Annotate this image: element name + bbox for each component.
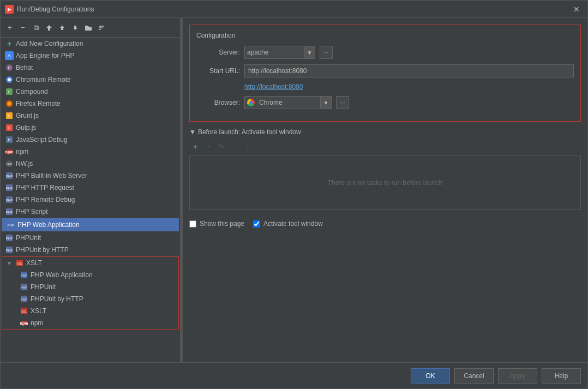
right-panel: Configuration Server: apache ▼ ··· Start… bbox=[183, 18, 587, 362]
child-phpunit[interactable]: PHP PHPUnit bbox=[2, 281, 178, 293]
child-phpunit-http-label: PHPUnit by HTTP bbox=[31, 295, 83, 303]
before-launch-section: ▼ Before launch: Activate tool window + … bbox=[189, 128, 581, 210]
show-page-checkbox[interactable] bbox=[189, 220, 196, 228]
folder-button[interactable] bbox=[82, 22, 94, 34]
svg-text:JS: JS bbox=[7, 138, 12, 142]
svg-text:PHP: PHP bbox=[8, 224, 14, 227]
tree-item-nw[interactable]: NW NW.js bbox=[1, 158, 180, 170]
svg-text:PHP: PHP bbox=[21, 286, 27, 289]
browser-select-arrow[interactable]: ▼ bbox=[320, 97, 331, 109]
svg-point-7 bbox=[8, 102, 11, 105]
tree-item-php-web-app[interactable]: PHP PHP Web Application bbox=[2, 219, 178, 231]
before-launch-remove-button: − bbox=[202, 140, 214, 152]
before-launch-edit-button: ✎ bbox=[215, 140, 227, 152]
php-http-icon: PHP bbox=[5, 183, 14, 192]
tree-item-jsdebug[interactable]: JS JavaScript Debug bbox=[1, 134, 180, 146]
activate-window-wrap[interactable]: Activate tool window bbox=[253, 220, 323, 228]
tree-item-gulp[interactable]: G Gulp.js bbox=[1, 122, 180, 134]
help-button[interactable]: Help bbox=[542, 368, 581, 384]
start-url-input[interactable] bbox=[244, 64, 574, 77]
tree-item-compound[interactable]: C Compound bbox=[1, 86, 180, 98]
nw-icon: NW bbox=[5, 159, 14, 168]
gulp-icon: G bbox=[5, 123, 14, 132]
compound-label: Compound bbox=[16, 88, 48, 95]
svg-text:PHP: PHP bbox=[6, 187, 13, 190]
config-section-label: Configuration bbox=[196, 32, 574, 39]
grunt-icon: G bbox=[5, 111, 14, 120]
tree-item-php-http[interactable]: PHP PHP HTTP Request bbox=[1, 182, 180, 194]
configuration-box: Configuration Server: apache ▼ ··· Start… bbox=[189, 25, 581, 122]
dialog-footer: OK Cancel Apply Help bbox=[1, 362, 587, 388]
child-npm[interactable]: npm npm bbox=[2, 317, 178, 329]
before-launch-label: Before launch: Activate tool window bbox=[198, 128, 301, 136]
show-page-wrap[interactable]: Show this page bbox=[189, 220, 244, 228]
add-new-item[interactable]: + Add New Configuration bbox=[1, 38, 180, 50]
left-toolbar: + − ⧉ bbox=[1, 18, 180, 38]
activate-window-label: Activate tool window bbox=[263, 220, 323, 228]
browser-select[interactable]: Chrome bbox=[257, 98, 320, 107]
tree-item-chromium[interactable]: Chromium Remote bbox=[1, 74, 180, 86]
move-down-button[interactable] bbox=[69, 22, 81, 34]
cancel-button[interactable]: Cancel bbox=[454, 368, 494, 384]
jsdebug-label: JavaScript Debug bbox=[16, 136, 68, 143]
tree-item-php-script[interactable]: PHP PHP Script bbox=[1, 206, 180, 218]
activate-window-checkbox[interactable] bbox=[253, 220, 260, 228]
before-launch-add-button[interactable]: + bbox=[189, 140, 201, 152]
add-config-button[interactable]: + bbox=[4, 22, 16, 34]
before-launch-header: ▼ Before launch: Activate tool window bbox=[189, 128, 581, 136]
tree-item-app-engine[interactable]: A App Engine for PHP bbox=[1, 50, 180, 62]
phpunit-http-label: PHPUnit by HTTP bbox=[16, 246, 69, 254]
npm-label: npm bbox=[16, 148, 28, 155]
copy-config-button[interactable]: ⧉ bbox=[30, 22, 42, 34]
xslt-icon: XSL bbox=[15, 259, 24, 267]
php-web-app-label: PHP Web Application bbox=[17, 221, 80, 229]
svg-text:PHP: PHP bbox=[21, 298, 27, 301]
grunt-label: Grunt.js bbox=[16, 112, 39, 119]
apply-button[interactable]: Apply bbox=[498, 368, 537, 384]
sort-button[interactable] bbox=[95, 22, 107, 34]
close-button[interactable]: ✕ bbox=[570, 4, 583, 15]
tree-item-behat[interactable]: B Behat bbox=[1, 62, 180, 74]
tree-item-phpunit[interactable]: PHP PHPUnit bbox=[1, 232, 180, 244]
php-remote-label: PHP Remote Debug bbox=[16, 196, 75, 204]
child-phpunit-icon: PHP bbox=[20, 283, 28, 291]
child-npm-icon: npm bbox=[20, 319, 28, 327]
npm-icon: npm bbox=[5, 147, 14, 156]
move-up-button[interactable] bbox=[56, 22, 68, 34]
tree-item-npm[interactable]: npm npm bbox=[1, 146, 180, 158]
tree-item-firefox[interactable]: Firefox Remote bbox=[1, 98, 180, 110]
left-panel: + − ⧉ bbox=[1, 18, 181, 362]
before-launch-down-button: ↓ bbox=[242, 140, 254, 152]
start-url-row: Start URL: bbox=[196, 64, 574, 77]
server-label: Server: bbox=[196, 49, 240, 56]
svg-text:C: C bbox=[8, 90, 10, 94]
child-phpunit-http[interactable]: PHP PHPUnit by HTTP bbox=[2, 293, 178, 305]
svg-text:npm: npm bbox=[20, 321, 28, 326]
tree-item-grunt[interactable]: G Grunt.js bbox=[1, 110, 180, 122]
tree-item-php-builtin[interactable]: PHP PHP Built-in Web Server bbox=[1, 170, 180, 182]
chromium-label: Chromium Remote bbox=[16, 76, 71, 83]
app-engine-label: App Engine for PHP bbox=[16, 52, 74, 59]
child-xslt[interactable]: XSL XSLT bbox=[2, 305, 178, 317]
tree-item-phpunit-http[interactable]: PHP PHPUnit by HTTP bbox=[1, 244, 180, 256]
child-php-web-app[interactable]: PHP PHP Web Application bbox=[2, 269, 178, 281]
php-http-label: PHP HTTP Request bbox=[16, 184, 74, 191]
tree-item-xslt[interactable]: ▼ XSL XSLT bbox=[2, 257, 178, 269]
svg-text:G: G bbox=[8, 114, 10, 118]
start-url-link[interactable]: http://localhost:8080 bbox=[244, 83, 303, 91]
add-icon: + bbox=[5, 39, 14, 48]
server-more-button[interactable]: ··· bbox=[320, 46, 333, 59]
before-launch-expand[interactable]: ▼ bbox=[189, 128, 196, 136]
dialog-title: Run/Debug Configurations bbox=[17, 5, 570, 13]
ok-button[interactable]: OK bbox=[411, 368, 450, 384]
server-select-arrow[interactable]: ▼ bbox=[304, 46, 315, 58]
browser-more-button[interactable]: ··· bbox=[336, 96, 349, 109]
svg-text:NW: NW bbox=[7, 163, 12, 166]
move-to-defaults-button[interactable] bbox=[43, 22, 55, 34]
no-tasks-label: There are no tasks to run before launch bbox=[328, 179, 442, 187]
svg-text:PHP: PHP bbox=[6, 199, 13, 202]
server-select[interactable]: apache bbox=[245, 47, 304, 57]
remove-config-button[interactable]: − bbox=[17, 22, 29, 34]
phpunit-label: PHPUnit bbox=[16, 234, 41, 242]
tree-item-php-remote[interactable]: PHP PHP Remote Debug bbox=[1, 194, 180, 206]
